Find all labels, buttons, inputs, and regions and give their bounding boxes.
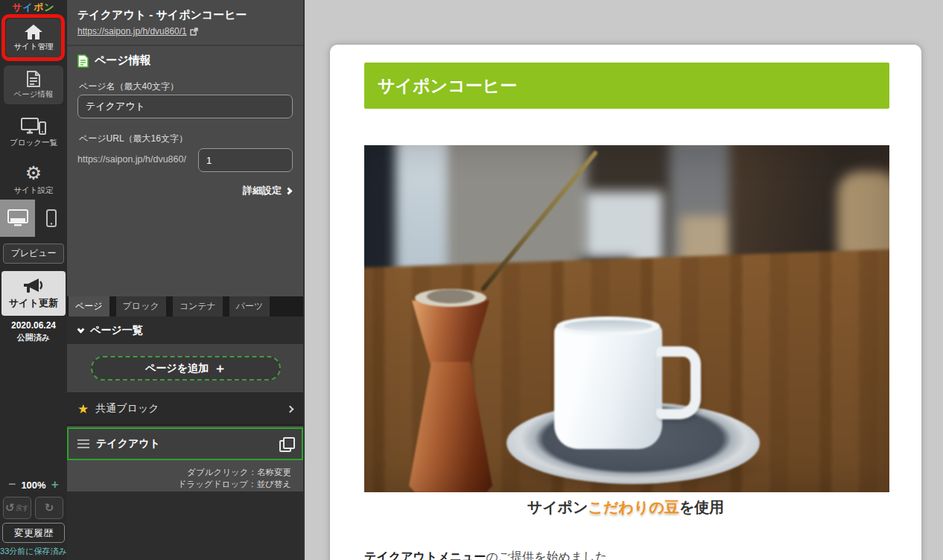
- copy-icon[interactable]: [279, 437, 293, 451]
- hint-double-click: ダブルクリック：名称変更: [178, 466, 291, 478]
- copper-cezve: [406, 289, 495, 492]
- preview-button-label: プレビュー: [10, 247, 56, 260]
- sidebar-item-site-settings[interactable]: ⚙ サイト設定: [4, 159, 63, 200]
- white-mug: [554, 322, 662, 449]
- saipon-logo: サイポン: [0, 1, 67, 14]
- megaphone-icon: [22, 277, 45, 295]
- add-page-button[interactable]: ページを追加 ＋: [91, 356, 281, 381]
- plus-icon: ＋: [214, 360, 226, 377]
- panel-bottom-spacer: [67, 491, 303, 560]
- mug-handle: [656, 346, 701, 419]
- heading-suffix: を使用: [679, 499, 724, 515]
- site-update-label: サイト更新: [9, 296, 58, 310]
- page-name-input[interactable]: [77, 95, 293, 118]
- publish-status: 公開済み: [0, 332, 67, 343]
- preview-button[interactable]: プレビュー: [3, 244, 64, 264]
- add-page-area: ページを追加 ＋: [67, 344, 303, 392]
- zoom-out-icon[interactable]: −: [8, 477, 16, 492]
- advanced-settings-label: 詳細設定: [243, 184, 282, 197]
- mobile-toggle-button[interactable]: [35, 200, 67, 237]
- star-icon: ★: [77, 403, 89, 416]
- page-name-label: ページ名（最大40文字）: [79, 80, 179, 93]
- document-icon: [27, 71, 40, 87]
- chevron-down-icon: [77, 325, 85, 333]
- common-block-label: 共通ブロック: [95, 402, 159, 416]
- undo-label: 戻す: [16, 503, 29, 513]
- desktop-icon: [7, 209, 28, 227]
- device-toggle: [0, 200, 67, 237]
- canvas-area: サイポンコーヒー: [305, 0, 943, 560]
- saved-status: 33分前に保存済み: [0, 546, 67, 557]
- annotation-highlight-box: [1, 14, 65, 61]
- page-item-label: テイクアウト: [96, 437, 160, 451]
- heading-highlight: こだわりの豆: [588, 499, 679, 515]
- page-preview-card: サイポンコーヒー: [330, 45, 921, 560]
- sidebar-item-label: ブロック一覧: [10, 138, 57, 148]
- tab-page[interactable]: ページ: [69, 296, 109, 316]
- zoom-in-icon[interactable]: +: [51, 477, 59, 492]
- tab-container[interactable]: コンテナ: [173, 296, 223, 316]
- mobile-icon: [46, 209, 57, 227]
- zoom-level: 100%: [21, 480, 45, 491]
- page-list-header[interactable]: ページ一覧: [67, 316, 303, 344]
- paragraph-rest: のご提供を始めました: [486, 550, 607, 560]
- page-list-label: ページ一覧: [90, 324, 143, 337]
- change-history-label: 変更履歴: [14, 526, 53, 540]
- page-heading-block[interactable]: サイポンこだわりの豆を使用: [330, 497, 921, 518]
- sidebar-item-page-info[interactable]: ページ情報: [4, 66, 63, 104]
- page-url-prefix: https://saipon.jp/h/dvu860/: [77, 154, 186, 165]
- undo-icon: ↺: [5, 501, 15, 515]
- zoom-controls: − 100% +: [0, 477, 67, 493]
- logo-char: サ: [12, 1, 22, 13]
- page-url-label: ページURL（最大16文字）: [79, 133, 188, 145]
- paragraph-bold: テイクアウトメニュー: [364, 550, 486, 560]
- sidebar-item-label: ページ情報: [14, 89, 54, 100]
- desktop-toggle-button[interactable]: [0, 200, 35, 237]
- page-info-panel: テイクアウト - サイポンコーヒー https://saipon.jp/h/dv…: [67, 0, 305, 560]
- advanced-settings-link[interactable]: 詳細設定: [243, 184, 291, 197]
- page-title: テイクアウト - サイポンコーヒー: [77, 8, 293, 22]
- add-page-label: ページを追加: [145, 362, 209, 375]
- section-title: ページ情報: [95, 54, 151, 68]
- section-header-page-info: ページ情報: [77, 54, 151, 68]
- sidebar-item-label: サイト設定: [13, 185, 53, 196]
- logo-char: イ: [23, 1, 34, 13]
- redo-icon: ↻: [45, 501, 54, 515]
- chevron-right-icon: [287, 405, 294, 413]
- heading-prefix: サイポン: [527, 499, 588, 515]
- page-header-block[interactable]: サイポンコーヒー: [364, 63, 889, 109]
- page-paragraph-block[interactable]: テイクアウトメニューのご提供を始めました: [364, 550, 607, 560]
- page-url-link[interactable]: https://saipon.jp/h/dvu860/1: [77, 26, 187, 36]
- devices-icon: [21, 118, 46, 136]
- page-url-input[interactable]: [198, 148, 293, 172]
- redo-button[interactable]: ↻: [35, 497, 63, 519]
- drag-handle-icon[interactable]: [77, 439, 89, 448]
- tab-block[interactable]: ブロック: [116, 296, 166, 316]
- page-info-icon: [77, 54, 89, 68]
- page-list-item-takeout[interactable]: テイクアウト: [67, 427, 303, 460]
- hint-text: ダブルクリック：名称変更 ドラッグドロップ：並び替え: [178, 466, 291, 490]
- common-block-row[interactable]: ★ 共通ブロック: [67, 392, 303, 426]
- logo-char: ポ: [34, 1, 44, 13]
- panel-header: テイクアウト - サイポンコーヒー https://saipon.jp/h/dv…: [67, 0, 303, 46]
- sidebar-item-block-list[interactable]: ブロック一覧: [4, 112, 63, 153]
- coffee-photo-block[interactable]: [364, 145, 889, 492]
- hint-drag-drop: ドラッグドロップ：並び替え: [178, 478, 291, 490]
- chevron-right-icon: [285, 187, 293, 194]
- icon-sidebar: サイポン サイト管理 ページ情報 ブロック一覧 ⚙ サイト設定: [0, 0, 67, 560]
- panel-tabbar: ページ ブロック コンテナ パーツ: [67, 296, 303, 316]
- undo-redo-controls: ↺ 戻す ↻: [3, 497, 64, 519]
- logo-char: ン: [44, 1, 54, 13]
- app-window: { "logo": { "chars": [ { "ch": "サ", "col…: [0, 0, 943, 560]
- gear-icon: ⚙: [25, 164, 42, 183]
- publish-date: 2020.06.24: [0, 320, 67, 331]
- external-link-icon: [190, 28, 198, 36]
- site-update-button[interactable]: サイト更新: [1, 271, 66, 316]
- tab-parts[interactable]: パーツ: [229, 296, 270, 316]
- change-history-button[interactable]: 変更履歴: [2, 523, 65, 543]
- undo-button[interactable]: ↺ 戻す: [3, 497, 31, 519]
